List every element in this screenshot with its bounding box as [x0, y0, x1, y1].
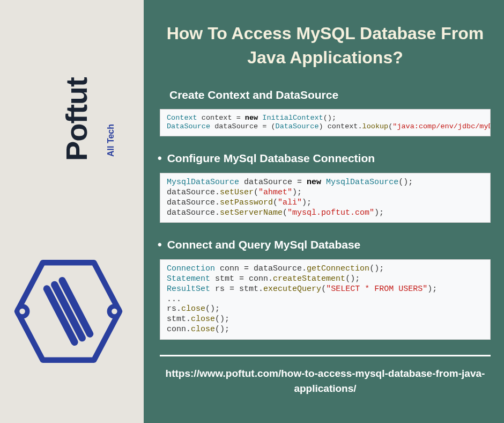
page-title: How To Access MySQL Database From Java A…: [160, 21, 491, 70]
svg-point-2: [109, 306, 120, 316]
svg-point-1: [17, 306, 27, 316]
footer-divider: [160, 355, 491, 356]
footer-url: https://www.poftut.com/how-to-access-mys…: [160, 366, 491, 397]
sidebar: Poftut All Tech: [0, 0, 144, 423]
brand-tagline: All Tech: [106, 124, 116, 157]
section-heading: Connect and Query MySql Database: [160, 238, 491, 252]
code-block: Context context = new InitialContext(); …: [160, 109, 491, 137]
sections-container: Create Context and DataSourceContext con…: [160, 89, 491, 340]
code-block: Connection conn = dataSource.getConnecti…: [160, 259, 491, 339]
section-heading: Configure MySql Database Connection: [160, 151, 491, 165]
section-heading: Create Context and DataSource: [169, 89, 491, 101]
code-block: MysqlDataSource dataSource = new MysqlDa…: [160, 173, 491, 223]
brand-name: Poftut: [59, 77, 94, 161]
main-content: How To Access MySQL Database From Java A…: [144, 0, 504, 423]
hexagon-logo-icon: [11, 255, 126, 368]
